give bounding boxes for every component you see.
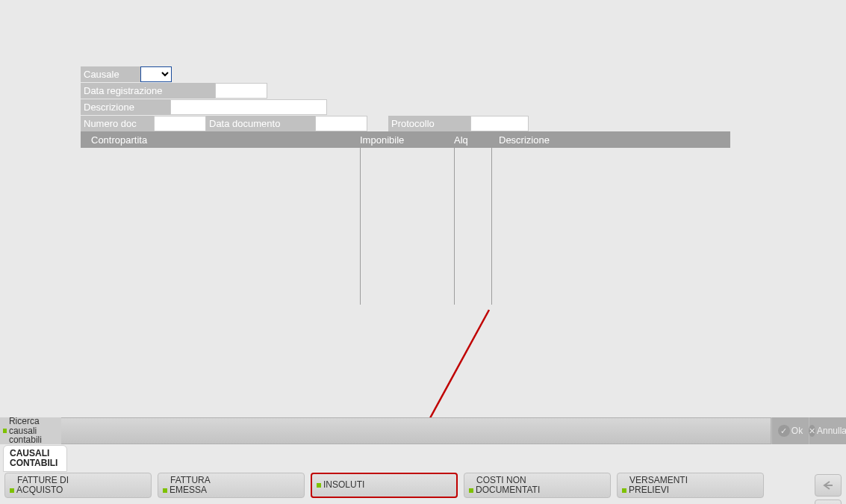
- label-causale: Causale: [81, 66, 140, 82]
- btn-line2: INSOLUTI: [323, 480, 364, 490]
- back-arrow-icon: [822, 480, 834, 491]
- data-documento-input[interactable]: [315, 116, 367, 131]
- numero-doc-input[interactable]: [154, 116, 206, 131]
- tab-line2: CONTABILI: [10, 458, 57, 468]
- bottom-panel: Ricerca causali contabili ✓ Ok ✕ Annulla…: [0, 417, 846, 504]
- annulla-button[interactable]: ✕ Annulla: [809, 417, 846, 444]
- back-button[interactable]: [815, 474, 842, 497]
- form-area: Causale Data registrazione Descrizione N…: [81, 66, 730, 305]
- check-icon: ✓: [778, 425, 790, 437]
- col-alq: Alq: [454, 134, 491, 146]
- search-label: Ricerca causali contabili: [0, 417, 61, 444]
- label-numero-doc: Numero doc: [81, 116, 154, 131]
- btn-line2: PRELIEVI: [629, 485, 669, 495]
- label-descrizione: Descrizione: [81, 99, 170, 115]
- btn-line2: DOCUMENTATI: [476, 485, 540, 495]
- tab-row: CAUSALI CONTABILI: [0, 444, 846, 473]
- btn-versamenti-prelievi[interactable]: VERSAMENTI PRELIEVI: [617, 473, 764, 498]
- status-dot-icon: [317, 483, 321, 488]
- col-descrizione: Descrizione: [491, 134, 730, 146]
- home-button[interactable]: [815, 500, 842, 504]
- status-dot-icon: [10, 488, 14, 493]
- right-small-buttons: [815, 474, 842, 504]
- col-contropartita: Contropartita: [81, 134, 360, 146]
- btn-insoluti[interactable]: INSOLUTI: [311, 473, 458, 498]
- search-label-line1: Ricerca causali: [9, 416, 40, 436]
- cancel-icon: ✕: [809, 425, 815, 437]
- ok-button[interactable]: ✓ Ok: [771, 417, 809, 444]
- descrizione-input[interactable]: [170, 99, 327, 115]
- status-dot-icon: [469, 488, 473, 493]
- btn-line2: EMESSA: [169, 485, 207, 495]
- status-dot-icon: [163, 488, 167, 493]
- protocollo-input[interactable]: [470, 116, 529, 131]
- causale-select[interactable]: [140, 66, 172, 82]
- btn-costi-non-documentati[interactable]: COSTI NON DOCUMENTATI: [464, 473, 611, 498]
- grid-body: [81, 148, 730, 305]
- buttons-row: FATTURE DI ACQUISTO FATTURA EMESSA INSOL…: [0, 473, 846, 504]
- btn-fattura-emessa[interactable]: FATTURA EMESSA: [158, 473, 305, 498]
- label-data-documento: Data documento: [206, 116, 315, 131]
- btn-line2: ACQUISTO: [16, 485, 63, 495]
- data-registrazione-input[interactable]: [215, 83, 267, 99]
- label-data-registrazione: Data registrazione: [81, 83, 215, 99]
- grid-header: Contropartita Imponibile Alq Descrizione: [81, 131, 730, 148]
- search-row: Ricerca causali contabili ✓ Ok ✕ Annulla: [0, 417, 846, 444]
- col-imponibile: Imponibile: [360, 134, 454, 146]
- tab-causali-contabili[interactable]: CAUSALI CONTABILI: [3, 445, 67, 471]
- btn-fatture-acquisto[interactable]: FATTURE DI ACQUISTO: [4, 473, 152, 498]
- status-dot-icon: [3, 429, 7, 433]
- label-protocollo: Protocollo: [388, 116, 470, 131]
- search-input[interactable]: [61, 417, 771, 444]
- status-dot-icon: [622, 488, 626, 493]
